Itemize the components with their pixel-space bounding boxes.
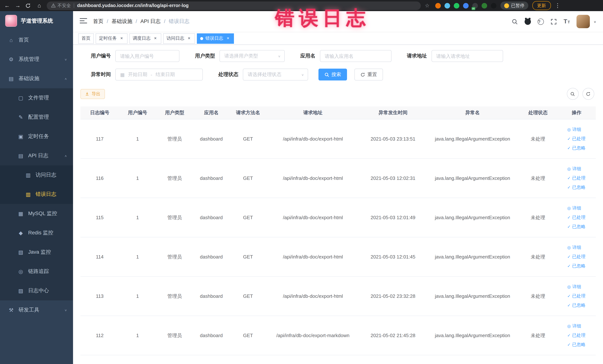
tab-close-icon[interactable]: ×: [119, 36, 124, 41]
sidebar-logo-row[interactable]: 芋道管理系统: [0, 11, 73, 30]
sidebar-toggle-icon[interactable]: [80, 18, 87, 25]
end-date-placeholder: 结束日期: [156, 71, 175, 78]
url-bar[interactable]: 不安全 dashboard.yudao.iocoder.cn/infra/log…: [47, 1, 421, 10]
avatar-caret-icon[interactable]: ∨: [593, 20, 596, 23]
site-security-warning[interactable]: 不安全: [51, 2, 71, 9]
refresh-table-button[interactable]: [582, 88, 594, 100]
sidebar-item[interactable]: ▧ Java 监控: [0, 243, 73, 262]
mark-ignored-link[interactable]: ✓ 已忽略: [567, 145, 585, 151]
export-button[interactable]: 导出: [81, 89, 105, 99]
sidebar-item[interactable]: ⌂ 首页: [0, 30, 73, 50]
browser-update-button[interactable]: 更新: [532, 1, 551, 10]
breadcrumb-item[interactable]: 错误日志: [169, 18, 189, 25]
exception-time-range-picker[interactable]: ▦ 开始日期 - 结束日期: [115, 69, 203, 81]
view-tab[interactable]: 定时任务 ×: [96, 33, 128, 44]
mark-ignored-link[interactable]: ✓ 已忽略: [567, 341, 585, 348]
ignored-link-label: 已忽略: [572, 263, 585, 269]
mark-processed-link[interactable]: ✓ 已处理: [567, 254, 585, 260]
sidebar-item[interactable]: ▤ API 日志 ∧: [0, 146, 73, 165]
view-tab[interactable]: 调度日志 ×: [129, 33, 161, 44]
table-row: 117 1 管理员 dashboard GET /api/infra/db-do…: [81, 119, 596, 159]
sidebar-item[interactable]: ◆ Redis 监控: [0, 223, 73, 243]
cell-app-name: dashboard: [193, 333, 230, 338]
breadcrumb-item[interactable]: API 日志: [140, 18, 169, 25]
mark-ignored-link[interactable]: ✓ 已忽略: [567, 302, 585, 309]
sidebar-item[interactable]: ▢ 文件管理: [0, 88, 73, 107]
toggle-search-button[interactable]: [567, 88, 579, 100]
tab-close-icon[interactable]: ×: [225, 36, 231, 41]
sidebar-item[interactable]: ▦ MySQL 监控: [0, 204, 73, 223]
extension-icon[interactable]: [481, 3, 487, 8]
sidebar-item[interactable]: ▤ 基础设施 ∧: [0, 69, 73, 88]
extension-icon[interactable]: on: [472, 3, 478, 8]
mark-processed-link[interactable]: ✓ 已处理: [567, 293, 585, 299]
breadcrumb-item[interactable]: 基础设施: [112, 18, 140, 25]
request-url-input[interactable]: [431, 50, 503, 62]
forward-icon[interactable]: →: [14, 0, 21, 11]
extension-icon[interactable]: [491, 3, 496, 8]
process-status-select[interactable]: 请选择处理状态 ∨: [243, 69, 308, 81]
sidebar-item[interactable]: ▥ 访问日志: [0, 165, 73, 185]
browser-menu-icon[interactable]: ⋮: [555, 2, 560, 9]
bookmark-star-icon[interactable]: ☆: [425, 3, 429, 9]
start-date-placeholder: 开始日期: [128, 71, 147, 78]
check-icon: ✓: [567, 303, 570, 308]
sidebar-item[interactable]: ▥ 错误日志: [0, 185, 73, 204]
sidebar-item[interactable]: ⚒ 研发工具 ∨: [0, 300, 73, 320]
sidebar-item[interactable]: ▨ 日志中心: [0, 281, 73, 300]
fullscreen-icon[interactable]: [551, 18, 557, 25]
detail-link[interactable]: ◎ 详细: [567, 284, 581, 290]
extension-icon[interactable]: [444, 3, 450, 8]
breadcrumb-item[interactable]: 首页: [93, 18, 112, 25]
font-size-icon[interactable]: TT: [564, 19, 570, 24]
mark-processed-link[interactable]: ✓ 已处理: [567, 332, 585, 339]
detail-link[interactable]: ◎ 详细: [567, 127, 581, 133]
sidebar-item[interactable]: ✎ 配置管理: [0, 107, 73, 127]
mark-processed-link[interactable]: ✓ 已处理: [567, 136, 585, 142]
sidebar-item-icon: ✎: [17, 114, 24, 120]
extension-icon[interactable]: [453, 3, 459, 8]
sidebar-item[interactable]: ▣ 定时任务: [0, 127, 73, 146]
view-tab[interactable]: 访问日志 ×: [163, 33, 195, 44]
cell-app-name: dashboard: [193, 293, 230, 299]
mark-ignored-link[interactable]: ✓ 已忽略: [567, 263, 585, 269]
cell-process-status: 未处理: [518, 332, 557, 339]
view-tab[interactable]: 错误日志 ×: [197, 33, 234, 44]
paused-pill-button[interactable]: 已暂停: [500, 1, 528, 10]
user-id-input[interactable]: [115, 50, 179, 62]
detail-link[interactable]: ◎ 详细: [567, 205, 581, 211]
github-icon[interactable]: [525, 18, 531, 25]
search-button[interactable]: 搜索: [318, 69, 347, 81]
view-tab[interactable]: 首页 ×: [78, 33, 94, 44]
row-actions: ◎ 详细 ✓ 已处理 ✓ 已忽略: [557, 205, 596, 230]
sidebar-item[interactable]: ◎ 链路追踪: [0, 262, 73, 281]
home-icon[interactable]: ⌂: [36, 0, 43, 11]
mark-ignored-link[interactable]: ✓ 已忽略: [567, 184, 585, 191]
tag-tabs-bar: 首页 × 定时任务 × 调度日志 ×: [73, 32, 603, 45]
detail-link[interactable]: ◎ 详细: [567, 323, 581, 329]
detail-link[interactable]: ◎ 详细: [567, 166, 581, 172]
help-icon[interactable]: ?: [538, 18, 544, 25]
avatar[interactable]: [577, 15, 590, 28]
processed-link-label: 已处理: [572, 293, 585, 299]
back-icon[interactable]: ←: [4, 0, 10, 11]
row-actions: ◎ 详细 ✓ 已处理 ✓ 已忽略: [557, 127, 596, 151]
sidebar-item-icon: ▥: [24, 172, 32, 178]
reset-button[interactable]: 重置: [354, 69, 383, 81]
sidebar-item[interactable]: ⚙ 系统管理 ∨: [0, 50, 73, 69]
mark-processed-link[interactable]: ✓ 已处理: [567, 175, 585, 181]
search-icon[interactable]: [512, 18, 518, 25]
detail-link[interactable]: ◎ 详细: [567, 244, 581, 251]
sidebar-item-label: 日志中心: [28, 287, 49, 294]
mark-processed-link[interactable]: ✓ 已处理: [567, 214, 585, 221]
reload-icon[interactable]: [25, 3, 32, 8]
mark-ignored-link[interactable]: ✓ 已忽略: [567, 224, 585, 230]
tab-close-icon[interactable]: ×: [153, 36, 158, 41]
extension-icon[interactable]: [463, 3, 468, 8]
check-icon: ✓: [567, 137, 570, 141]
tab-close-icon[interactable]: ×: [186, 36, 192, 41]
app-name-input[interactable]: [320, 50, 391, 62]
user-type-select[interactable]: 请选择用户类型 ∨: [220, 50, 285, 62]
sidebar-item-label: 访问日志: [35, 172, 56, 178]
extension-icon[interactable]: [435, 3, 441, 8]
